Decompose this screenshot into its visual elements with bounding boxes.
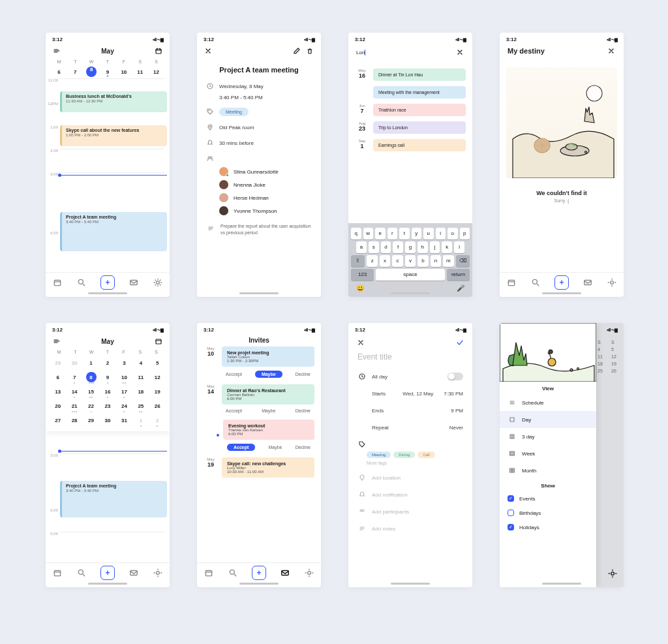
mic-key[interactable]: 🎤 (457, 284, 464, 292)
month-day[interactable]: 3 (116, 357, 132, 369)
row-notes[interactable]: Add notes (348, 520, 472, 537)
search-result[interactable]: Sep1Earnings call (355, 139, 466, 151)
month-day[interactable]: 11 (132, 371, 149, 383)
invite-action[interactable]: Maybe (268, 445, 282, 450)
attendee[interactable]: Yvonne Thompson (219, 206, 312, 215)
calendar-tab-icon[interactable] (53, 278, 62, 287)
invite-action[interactable]: Acccept (226, 408, 242, 413)
row-ends[interactable]: Ends9 PM (348, 402, 472, 419)
month-day[interactable]: 31 (116, 414, 132, 426)
month-day[interactable]: 13 (50, 386, 66, 397)
invite-action[interactable]: Maybe (255, 371, 282, 378)
month-day[interactable]: 15 (83, 386, 99, 397)
invite-card[interactable]: Dinner at Rao's RestaurantCarmen Beltrán… (222, 384, 314, 405)
month-day[interactable]: 28 (66, 414, 82, 426)
settings-tab-icon[interactable] (607, 278, 616, 287)
event-project-a[interactable]: Project A team meeting3:40 PM - 5:40 PM (60, 481, 167, 517)
more-tags-link[interactable]: More tags (348, 459, 472, 469)
emoji-key[interactable]: 😀 (356, 284, 364, 292)
month-day[interactable]: 17 (116, 386, 132, 397)
month-day[interactable]: 29 (83, 414, 99, 426)
invite-action[interactable]: Decline (296, 445, 311, 450)
allday-toggle[interactable] (448, 373, 463, 380)
calendar-tab-icon[interactable] (204, 568, 213, 577)
attendee[interactable]: Herse Hedman (219, 193, 312, 202)
event-tag[interactable]: Meeting (219, 108, 249, 116)
search-tab-icon[interactable] (77, 278, 86, 287)
month-day[interactable]: 6 (50, 371, 66, 383)
invite-card[interactable]: Evening workoutTrienke van Aartsen6:00 P… (223, 420, 314, 440)
dates-row[interactable]: 6 7 8 9 10 11 12 (46, 65, 170, 78)
show-option[interactable]: ✓Holidays (500, 520, 596, 534)
add-button[interactable]: + (100, 566, 115, 580)
add-button[interactable]: + (100, 275, 115, 290)
event-tag[interactable]: Meeting (367, 452, 391, 458)
month-day[interactable]: 29 (50, 357, 66, 369)
show-option[interactable]: Birthdays (500, 506, 596, 520)
search-tab-icon[interactable] (531, 278, 540, 287)
invite-action[interactable]: Maybe (262, 408, 275, 413)
menu-icon[interactable] (52, 337, 61, 346)
add-button[interactable]: + (554, 275, 569, 290)
row-notification[interactable]: Add notification (348, 486, 472, 503)
view-option[interactable]: Week (500, 445, 596, 462)
view-option[interactable]: Schedule (500, 394, 596, 411)
event-tag[interactable]: Dining (393, 452, 415, 458)
row-participants[interactable]: Add participants (348, 503, 472, 520)
event-title-input[interactable]: Event title (348, 348, 472, 368)
view-option[interactable]: Day (500, 411, 596, 428)
row-starts[interactable]: StartsWed, 12 May7:30 PM (348, 385, 472, 402)
numbers-key[interactable]: 123 (351, 269, 374, 281)
delete-icon[interactable] (305, 46, 314, 55)
row-location[interactable]: Add location (348, 469, 472, 486)
menu-icon[interactable] (52, 46, 61, 55)
search-tab-icon[interactable] (228, 568, 237, 577)
attendee[interactable]: Nnenna Jioke (219, 180, 312, 189)
close-icon[interactable] (607, 46, 616, 55)
selected-day[interactable]: 8 (86, 67, 97, 77)
checkbox[interactable]: ✓ (508, 524, 514, 530)
invite-action[interactable]: Acccept (226, 372, 242, 376)
month-day[interactable]: 5 (149, 357, 166, 369)
month-day[interactable]: 10 (116, 371, 132, 383)
month-day[interactable]: 2 (99, 357, 115, 369)
month-day[interactable]: 9 (99, 371, 115, 383)
timeline[interactable]: 11:00 12PM 1:00 2:00 3:00 6:00 Business … (46, 78, 170, 272)
row-repeat[interactable]: RepeatNever (348, 419, 472, 436)
month-day[interactable]: 30 (66, 357, 82, 369)
month-title[interactable]: May (61, 48, 154, 55)
checkbox[interactable] (508, 510, 514, 516)
event-lunch[interactable]: Business lunch at McDonald's11:30 AM - 1… (60, 91, 167, 112)
month-day[interactable]: 16 (99, 386, 115, 397)
month-day[interactable]: 1 (132, 414, 149, 426)
close-icon[interactable] (204, 46, 213, 55)
return-key[interactable]: return (447, 269, 470, 281)
search-result[interactable]: May16Dinner at Tin Lon Hau (355, 69, 466, 81)
month-day[interactable]: 19 (149, 386, 166, 397)
month-grid[interactable]: 2930123456789101112131415161718192021222… (46, 356, 170, 431)
today-icon[interactable] (154, 46, 163, 55)
today-icon[interactable] (154, 337, 163, 346)
settings-tab-icon[interactable] (153, 568, 162, 577)
search-result[interactable]: Jun7Triathlon race (355, 104, 466, 116)
shift-key[interactable]: ⇧ (351, 255, 365, 267)
event-tag[interactable]: Call (418, 452, 434, 458)
settings-tab-icon[interactable] (608, 569, 617, 578)
mail-tab-icon[interactable] (281, 568, 290, 577)
delete-key[interactable]: ⌫ (456, 255, 470, 267)
month-day[interactable]: 1 (83, 357, 99, 369)
mail-tab-icon[interactable] (129, 278, 138, 287)
search-tab-icon[interactable] (77, 568, 86, 577)
search-input[interactable]: Lon (356, 50, 365, 55)
mail-tab-icon[interactable] (129, 568, 138, 577)
confirm-icon[interactable] (455, 338, 464, 347)
invite-action[interactable]: Accept (227, 444, 255, 451)
close-icon[interactable] (356, 338, 365, 347)
calendar-tab-icon[interactable] (53, 568, 62, 577)
settings-tab-icon[interactable] (153, 278, 162, 287)
attendee[interactable]: Stina Gunnarsdóttir (219, 167, 312, 176)
invite-action[interactable]: Decline (296, 372, 311, 376)
month-day[interactable]: 2 (149, 414, 166, 426)
invite-action[interactable]: Decline (296, 408, 311, 413)
event-skype[interactable]: Skype call about the new features1:00 PM… (60, 125, 167, 146)
